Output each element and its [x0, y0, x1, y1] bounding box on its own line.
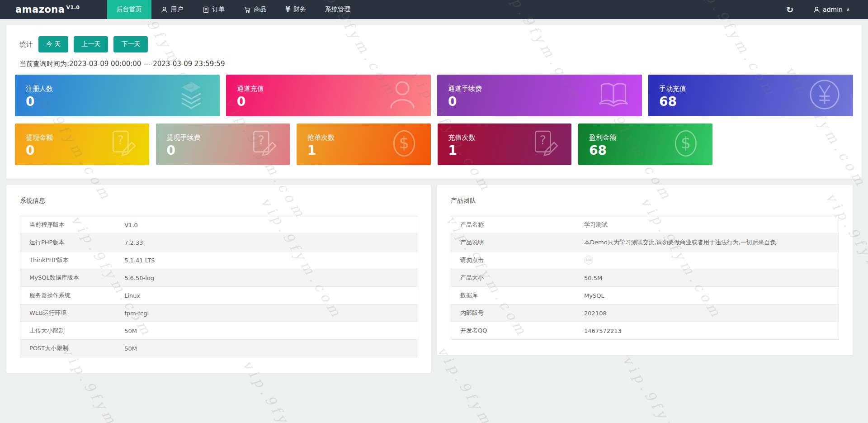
table-row: 开发者QQ1467572213 [451, 322, 839, 340]
nav-item-label: 订单 [212, 5, 225, 14]
stat-card-registered-users: 注册人数 0 [15, 75, 220, 116]
row-label: 服务器操作系统 [20, 287, 116, 304]
row-label: ThinkPHP版本 [20, 252, 116, 269]
stat-card-profit-amount: 盈利金额 68 $ [578, 124, 712, 165]
refresh-icon[interactable]: ↻ [776, 5, 803, 14]
row-value: 202108 [575, 304, 839, 322]
panel-title: 产品团队 [451, 197, 839, 205]
stats-panel: 统计 今 天 上一天 下一天 当前查询时间为:2023-03-09 00:00:… [6, 25, 862, 179]
do-not-click-badge[interactable]: 404 [584, 256, 593, 265]
row-value: 5.1.41 LTS [115, 252, 417, 269]
row-label: 产品名称 [451, 216, 576, 234]
nav-item-label: 用户 [171, 5, 184, 14]
table-row: MySQL数据库版本5.6.50-log [20, 269, 417, 287]
table-row: 产品名称学习测试 [451, 216, 839, 234]
stat-card-recharge-count: 充值次数 1 ? [438, 124, 572, 165]
row-value: 50M [115, 340, 417, 357]
row-label: 当前程序版本 [20, 216, 116, 234]
stat-card-channel-fee: 通道手续费 0 [437, 75, 642, 116]
svg-text:$: $ [680, 133, 690, 152]
nav-item-system[interactable]: 系统管理 [316, 0, 360, 19]
row-label: 运行PHP版本 [20, 234, 116, 252]
table-row: POST大小限制50M [20, 340, 417, 357]
dollar-circle-icon: $ [389, 128, 419, 160]
user-icon [161, 6, 168, 13]
product-team-panel: 产品团队 产品名称学习测试 产品说明本Demo只为学习测试交流,请勿要做商业或者… [437, 185, 853, 355]
top-navbar: amazona V1.0 后台首页 用户 订单 商品 ¥ 财务 [0, 0, 868, 19]
user-icon [386, 78, 419, 113]
row-value: fpm-fcgi [115, 304, 417, 322]
panel-title: 系统信息 [20, 197, 417, 205]
query-time-text: 当前查询时间为:2023-03-09 00:00:00 --- 2023-03-… [19, 60, 853, 68]
row-value: Linux [115, 287, 417, 304]
stat-card-grab-orders: 抢单次数 1 $ [297, 124, 431, 165]
row-label: 产品说明 [451, 234, 576, 252]
stat-card-withdraw-amount: 提现金额 0 ? [15, 124, 149, 165]
nav-item-label: 后台首页 [117, 5, 142, 14]
nav-item-orders[interactable]: 订单 [193, 0, 235, 19]
nav-item-finance[interactable]: ¥ 财务 [276, 0, 316, 19]
row-label: POST大小限制 [20, 340, 116, 357]
book-icon [597, 78, 630, 113]
person-icon [813, 6, 820, 13]
row-value: 50.5M [575, 269, 839, 287]
main-menu: 后台首页 用户 订单 商品 ¥ 财务 系统管理 [107, 0, 360, 19]
row-label: 数据库 [451, 287, 576, 304]
nav-item-label: 系统管理 [325, 5, 350, 14]
doc-edit-icon: ? [248, 128, 278, 160]
table-row: WEB运行环境fpm-fcgi [20, 304, 417, 322]
document-icon [203, 6, 209, 13]
row-value: 1467572213 [575, 322, 839, 340]
svg-text:?: ? [117, 133, 123, 147]
table-row: 产品大小50.5M [451, 269, 839, 287]
row-value: MySQL [575, 287, 839, 304]
stat-card-manual-recharge: 手动充值 68 [648, 75, 853, 116]
system-info-panel: 系统信息 当前程序版本V1.0 运行PHP版本7.2.33 ThinkPHP版本… [6, 185, 431, 373]
row-label: WEB运行环境 [20, 304, 116, 322]
doc-edit-icon: ? [108, 128, 137, 160]
row-label: 内部版号 [451, 304, 576, 322]
stats-label: 统计 [19, 40, 33, 49]
row-value: V1.0 [115, 216, 417, 234]
user-dropdown[interactable]: admin ∧ [807, 6, 856, 13]
row-value: 本Demo只为学习测试交流,请勿要做商业或者用于违法行为,一切后果自负. [575, 234, 839, 252]
stat-card-withdraw-fee: 提现手续费 0 ? [156, 124, 290, 165]
user-name: admin [823, 6, 843, 13]
stat-cards-row1: 注册人数 0 通道充值 0 通道手续费 0 手动充值 68 [15, 75, 853, 116]
row-value: 5.6.50-log [115, 269, 417, 287]
dollar-circle-icon: $ [671, 128, 701, 160]
table-row: 内部版号202108 [451, 304, 839, 322]
table-row: 数据库MySQL [451, 287, 839, 304]
brand-name: amazona [15, 4, 65, 15]
svg-text:?: ? [540, 133, 546, 147]
product-team-table: 产品名称学习测试 产品说明本Demo只为学习测试交流,请勿要做商业或者用于违法行… [451, 216, 839, 340]
nav-item-dashboard[interactable]: 后台首页 [107, 0, 151, 19]
table-row: 产品说明本Demo只为学习测试交流,请勿要做商业或者用于违法行为,一切后果自负. [451, 234, 839, 252]
brand-version: V1.0 [66, 5, 80, 10]
row-label: 请勿点击 [451, 252, 576, 269]
system-info-table: 当前程序版本V1.0 运行PHP版本7.2.33 ThinkPHP版本5.1.4… [20, 216, 417, 357]
row-value: 404 [575, 252, 839, 269]
nav-item-label: 商品 [254, 5, 267, 14]
row-label: 上传大小限制 [20, 322, 116, 340]
table-row: 服务器操作系统Linux [20, 287, 417, 304]
today-button[interactable]: 今 天 [38, 36, 68, 52]
nav-item-products[interactable]: 商品 [235, 0, 276, 19]
svg-text:$: $ [399, 133, 409, 152]
brand-logo[interactable]: amazona V1.0 [15, 0, 80, 19]
nav-item-users[interactable]: 用户 [151, 0, 193, 19]
table-row: 请勿点击404 [451, 252, 839, 269]
cart-icon [244, 6, 251, 13]
yen-icon: ¥ [286, 5, 290, 14]
row-label: MySQL数据库版本 [20, 269, 116, 287]
yen-circle-icon [808, 78, 841, 113]
svg-text:?: ? [258, 133, 264, 147]
table-row: 上传大小限制50M [20, 322, 417, 340]
previous-day-button[interactable]: 上一天 [74, 36, 108, 52]
navbar-right: ↻ admin ∧ [776, 0, 868, 19]
row-label: 开发者QQ [451, 322, 576, 340]
stat-card-channel-recharge: 通道充值 0 [226, 75, 431, 116]
next-day-button[interactable]: 下一天 [113, 36, 148, 52]
layers-icon [175, 78, 208, 113]
table-row: 当前程序版本V1.0 [20, 216, 417, 234]
